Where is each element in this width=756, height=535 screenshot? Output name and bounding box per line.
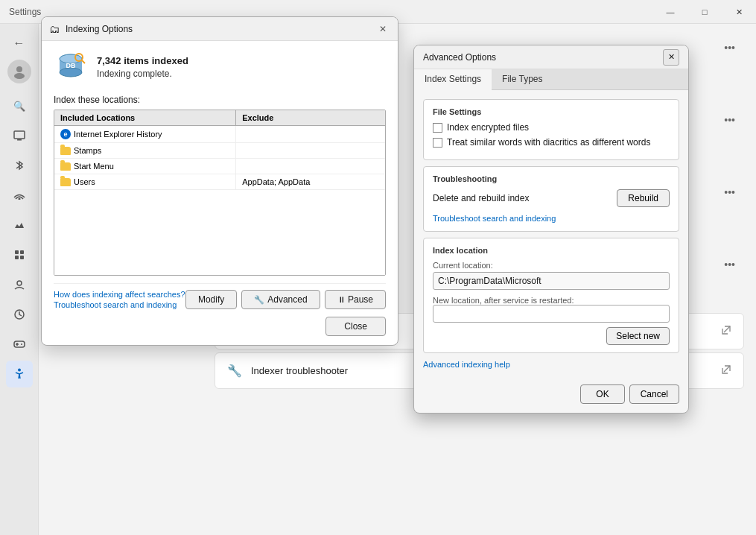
svg-rect-8 [20,256,24,259]
locations-header: Included Locations Exclude [54,110,385,126]
advanced-button[interactable]: 🔧 Advanced [241,290,320,309]
indexing-dialog-body: DB 7,342 items indexed Indexing complete… [42,41,398,345]
three-dot-3[interactable]: ••• [721,183,738,201]
advanced-body: File Settings Index encrypted files Trea… [414,90,688,379]
settings-title: Settings [9,7,41,17]
sidebar-accessibility[interactable] [6,361,33,387]
close-button-container: Close [54,317,386,336]
advanced-dialog-title: Advanced Options [423,52,496,63]
delete-rebuild-label: Delete and rebuild index [433,193,529,203]
sidebar-find[interactable]: 🔍 [6,92,33,119]
three-dot-1[interactable]: ••• [721,39,738,57]
indexing-dialog-icon: 🗂 [49,23,61,35]
svg-point-14 [21,344,22,345]
advanced-dialog-titlebar: Advanced Options ✕ [414,45,688,69]
troubleshoot-search-link[interactable]: Troubleshoot search and indexing [433,214,556,223]
dialog-links: How does indexing affect searches? Troub… [54,290,185,309]
troubleshoot-link[interactable]: Troubleshoot search and indexing [54,300,185,309]
table-row: Stamps [54,143,385,159]
indexing-header: DB 7,342 items indexed Indexing complete… [54,50,386,84]
checkbox-row-diacritics: Treat similar words with diacritics as d… [433,137,670,148]
sidebar-personalization[interactable] [6,212,33,238]
table-row: Users AppData; AppData [54,174,385,190]
indexing-db-icon: DB [54,50,88,84]
troubleshoot-section: Troubleshooting Delete and rebuild index… [423,166,679,232]
svg-rect-5 [15,250,19,254]
maximize-button[interactable]: □ [687,0,722,24]
svg-rect-7 [15,256,19,259]
modify-button[interactable]: Modify [185,290,237,309]
location-users: Users [74,177,95,186]
sidebar-gaming[interactable] [6,331,33,358]
rebuild-button[interactable]: Rebuild [617,189,670,207]
indexing-dialog-titlebar: 🗂 Indexing Options ✕ [42,17,398,41]
troubleshoot-title: Troubleshooting [433,174,670,183]
current-location-input[interactable] [433,272,670,290]
locations-body: e Internet Explorer History Stamps S [54,126,385,275]
svg-text:DB: DB [66,62,76,69]
advanced-indexing-external-icon [721,325,731,338]
sidebar-accounts[interactable] [6,271,33,298]
locations-table: Included Locations Exclude e Internet Ex… [54,110,386,276]
col-included: Included Locations [54,110,236,125]
items-indexed: 7,342 items indexed [97,55,188,66]
advanced-icon: 🔧 [254,295,264,305]
select-new-button[interactable]: Select new [606,327,670,345]
close-button[interactable]: Close [325,317,386,336]
three-dot-container: ••• ••• ••• ••• [721,31,738,296]
svg-rect-2 [14,131,25,139]
index-locations-label: Index these locations: [54,95,386,105]
indexing-info: 7,342 items indexed Indexing complete. [97,55,188,79]
location-stamps: Stamps [74,146,101,155]
file-settings-title: File Settings [433,107,670,116]
table-row: e Internet Explorer History [54,126,385,143]
three-dot-4[interactable]: ••• [721,256,738,273]
advanced-indexing-help-link[interactable]: Advanced indexing help [423,360,510,369]
svg-point-4 [18,198,20,200]
file-settings-section: File Settings Index encrypted files Trea… [423,99,679,160]
checkbox-encrypted[interactable] [433,123,442,133]
svg-line-23 [82,60,85,63]
new-location-input[interactable] [433,305,670,323]
svg-point-0 [16,66,22,72]
sidebar-time[interactable] [6,301,33,328]
index-location-section: Index location Current location: New loc… [423,238,679,353]
sidebar: ← 🔍 [0,24,39,535]
advanced-footer: OK Cancel [414,379,688,413]
sidebar-apps[interactable] [6,241,33,268]
folder-icon [60,162,71,171]
tab-file-types[interactable]: File Types [492,69,553,89]
col-exclude: Exclude [236,110,385,125]
sidebar-system[interactable] [6,122,33,149]
checkbox-diacritics-label: Treat similar words with diacritics as d… [447,137,650,148]
new-location-label: New location, after service is restarted… [433,296,670,305]
folder-icon [60,178,71,186]
indexer-troubleshooter-external-icon [721,364,731,377]
sidebar-bluetooth[interactable] [6,152,33,179]
indexing-dialog-title: Indexing Options [66,24,133,34]
index-location-title: Index location [433,246,670,255]
checkbox-diacritics[interactable] [433,138,442,148]
tab-index-settings[interactable]: Index Settings [414,69,492,90]
indexing-options-dialog: 🗂 Indexing Options ✕ DB 7,342 i [41,16,398,346]
close-button[interactable]: ✕ [722,0,756,24]
svg-point-9 [17,281,22,285]
rebuild-row: Delete and rebuild index Rebuild [433,189,670,207]
sidebar-network[interactable] [6,182,33,209]
sidebar-back[interactable]: ← [6,30,33,57]
cancel-button[interactable]: Cancel [629,384,679,404]
three-dot-2[interactable]: ••• [721,111,738,129]
ok-button[interactable]: OK [580,384,624,404]
checkbox-encrypted-label: Index encrypted files [447,122,529,133]
minimize-button[interactable]: — [653,0,687,24]
how-indexing-link[interactable]: How does indexing affect searches? [54,290,185,299]
svg-point-1 [14,73,25,79]
location-start-menu: Start Menu [74,162,114,171]
indexing-dialog-close[interactable]: ✕ [375,22,390,37]
pause-button[interactable]: ⏸ Pause [325,290,386,309]
avatar [7,60,31,83]
dialog-buttons: Modify 🔧 Advanced ⏸ Pause [185,290,386,309]
svg-rect-3 [17,139,22,141]
advanced-dialog-close[interactable]: ✕ [663,49,679,66]
pause-icon: ⏸ [337,295,346,304]
